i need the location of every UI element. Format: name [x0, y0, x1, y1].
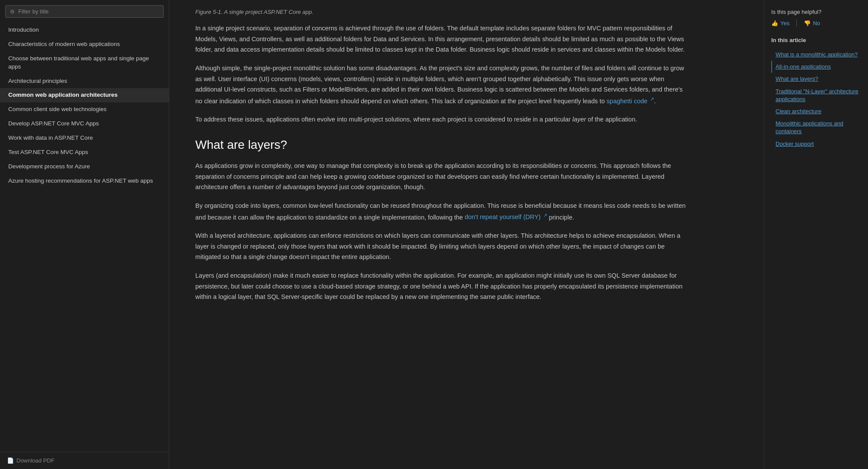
sidebar-item-work-with-data[interactable]: Work with data in ASP.NET Core: [0, 131, 169, 145]
section-paragraph-2: By organizing code into layers, common l…: [195, 200, 690, 223]
figure-caption: Figure 5-1. A single project ASP.NET Cor…: [195, 9, 690, 15]
main-content: Figure 5-1. A single project ASP.NET Cor…: [169, 0, 716, 469]
section-paragraph-1: As applications grow in complexity, one …: [195, 161, 690, 193]
toc-item-what-are-layers[interactable]: What are layers?: [771, 73, 861, 85]
toc-list: What is a monolithic application?All-in-…: [771, 49, 861, 150]
thumbs-up-icon: 👍: [771, 20, 778, 26]
sidebar-nav: IntroductionCharacteristics of modern we…: [0, 23, 169, 452]
left-sidebar: ⚙ IntroductionCharacteristics of modern …: [0, 0, 169, 469]
yes-button[interactable]: 👍 Yes: [771, 20, 789, 26]
sidebar-item-development-process[interactable]: Development process for Azure: [0, 160, 169, 174]
download-pdf-label: Download PDF: [16, 457, 54, 464]
toc-item-clean-architecture[interactable]: Clean architecture: [771, 105, 861, 118]
spaghetti-code-link[interactable]: spaghetti code ↗: [607, 98, 654, 105]
section-heading: What are layers?: [195, 138, 690, 152]
section-paragraph-3: With a layered architecture, application…: [195, 230, 690, 262]
right-sidebar: Is this page helpful? 👍 Yes 👎 No In this…: [764, 0, 868, 469]
divider: [796, 20, 797, 26]
dry-link[interactable]: don't repeat yourself (DRY) ↗: [465, 213, 547, 220]
sidebar-item-choose-between[interactable]: Choose between traditional web apps and …: [0, 52, 169, 74]
helpful-title: Is this page helpful?: [771, 9, 861, 15]
helpful-section: Is this page helpful? 👍 Yes 👎 No: [771, 9, 861, 26]
toc-item-docker-support[interactable]: Docker support: [771, 138, 861, 150]
filter-icon: ⚙: [10, 9, 15, 15]
sidebar-footer: 📄 Download PDF: [0, 452, 169, 469]
download-pdf-button[interactable]: 📄 Download PDF: [7, 457, 162, 464]
pdf-icon: 📄: [7, 457, 14, 464]
sidebar-item-introduction[interactable]: Introduction: [0, 23, 169, 37]
sidebar-item-develop-aspnet[interactable]: Develop ASP.NET Core MVC Apps: [0, 117, 169, 131]
yes-label: Yes: [780, 20, 789, 26]
sidebar-item-azure-hosting[interactable]: Azure hosting recommendations for ASP.NE…: [0, 174, 169, 188]
paragraph-1: In a single project scenario, separation…: [195, 23, 690, 55]
paragraph-2: Although simple, the single-project mono…: [195, 63, 690, 106]
toc-section: In this article What is a monolithic app…: [771, 37, 861, 150]
sidebar-item-characteristics[interactable]: Characteristics of modern web applicatio…: [0, 37, 169, 52]
sidebar-item-common-web-architectures[interactable]: Common web application architectures: [0, 88, 169, 102]
sidebar-item-architectural-principles[interactable]: Architectural principles: [0, 74, 169, 89]
filter-input[interactable]: [18, 8, 159, 15]
toc-item-monolithic-containers[interactable]: Monolithic applications and containers: [771, 118, 861, 138]
helpful-buttons: 👍 Yes 👎 No: [771, 20, 861, 26]
section-paragraph-4: Layers (and encapsulation) make it much …: [195, 270, 690, 302]
sidebar-item-common-client-side[interactable]: Common client side web technologies: [0, 102, 169, 117]
thumbs-down-icon: 👎: [804, 20, 811, 26]
toc-item-all-in-one[interactable]: All-in-one applications: [771, 61, 861, 73]
paragraph-3: To address these issues, applications of…: [195, 114, 690, 125]
no-label: No: [813, 20, 820, 26]
filter-bar[interactable]: ⚙: [5, 5, 164, 18]
toc-item-what-is-monolithic[interactable]: What is a monolithic application?: [771, 49, 861, 61]
sidebar-item-test-aspnet[interactable]: Test ASP.NET Core MVC Apps: [0, 145, 169, 160]
no-button[interactable]: 👎 No: [804, 20, 820, 26]
toc-item-traditional-n-layer[interactable]: Traditional "N-Layer" architecture appli…: [771, 85, 861, 105]
toc-title: In this article: [771, 37, 861, 43]
